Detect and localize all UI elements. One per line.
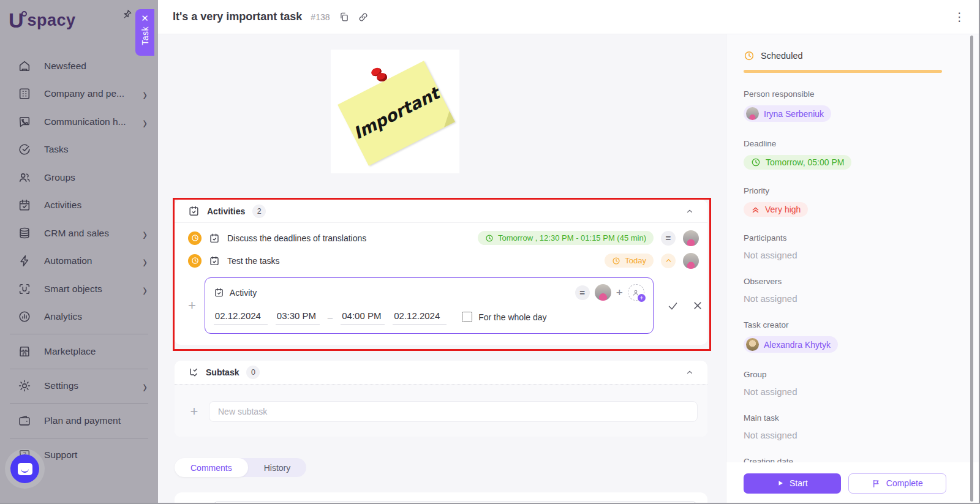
start-label: Start (790, 478, 808, 488)
field-value[interactable]: Not assigned (744, 293, 980, 304)
add-participant-icon[interactable]: + (628, 284, 644, 301)
avatar[interactable] (683, 253, 699, 269)
drag-handle-icon[interactable]: = (661, 231, 676, 246)
tab-comments[interactable]: Comments (175, 458, 248, 477)
activity-status-clock-icon (188, 254, 202, 268)
whole-day-label: For the whole day (478, 312, 546, 322)
field-label: Person responsible (744, 89, 980, 99)
avatar[interactable] (683, 230, 699, 246)
task-detail-panel: It's a very important task #138 ⋮ Import… (158, 0, 980, 504)
field-person-responsible: Person responsible Iryna Serbeniuk (744, 89, 980, 122)
field-label: Participants (744, 233, 980, 243)
calendar-check-icon (214, 287, 224, 298)
whole-day-option[interactable]: For the whole day (462, 312, 546, 322)
field-label: Main task (744, 413, 980, 423)
comments-history-tabs: Comments History (175, 458, 306, 477)
subtask-body: + (175, 384, 707, 437)
priority-text: Very high (765, 205, 801, 214)
new-subtask-input[interactable] (209, 401, 698, 422)
time-range-dash: – (328, 312, 333, 322)
complete-button[interactable]: Complete (848, 473, 947, 494)
subtask-card: Subtask 0 + (175, 361, 707, 437)
subtask-title: Subtask (206, 367, 239, 377)
scrollbar[interactable] (970, 36, 973, 502)
person-name: Alexandra Khytyk (764, 340, 831, 350)
activity-form-row: + Activity = + (175, 272, 707, 345)
sticky-note: Important (337, 61, 455, 166)
deadline-badge[interactable]: Tomorrow, 05:00 PM (744, 155, 851, 170)
close-icon[interactable]: ✕ (141, 13, 149, 23)
status-row[interactable]: Scheduled (744, 50, 980, 61)
activity-title: Test the tasks (227, 256, 597, 266)
activity-status-clock-icon (188, 231, 202, 245)
field-value[interactable]: Not assigned (744, 250, 980, 260)
end-date-input[interactable] (393, 309, 447, 325)
activities-title: Activities (207, 206, 245, 216)
activity-row[interactable]: Discuss the deadlines of translations To… (175, 227, 707, 249)
field-label: Observers (744, 277, 980, 286)
start-time-input[interactable] (276, 309, 320, 325)
priority-badge[interactable]: Very high (744, 202, 808, 217)
person-name: Iryna Serbeniuk (764, 109, 824, 119)
app-window: U spacy Newsfeed Company and pe... › Com… (0, 0, 980, 504)
add-subtask-icon[interactable]: + (188, 404, 200, 419)
tab-history[interactable]: History (248, 458, 307, 477)
modal-dim-overlay (0, 0, 158, 504)
chat-fab-button[interactable] (10, 454, 39, 483)
plus-badge: + (638, 294, 646, 302)
add-activity-icon[interactable]: + (188, 298, 196, 314)
activity-title: Discuss the deadlines of translations (227, 233, 470, 243)
end-time-input[interactable] (341, 309, 385, 325)
sticky-note-text: Important (350, 84, 442, 143)
collapse-chevron-icon[interactable] (685, 368, 694, 377)
double-chevron-up-icon (751, 205, 760, 214)
field-label: Deadline (744, 139, 980, 148)
activity-row[interactable]: Test the tasks Today (175, 249, 707, 272)
more-menu-icon[interactable]: ⋮ (954, 10, 965, 24)
clock-icon (744, 50, 755, 61)
drag-handle-icon[interactable]: = (575, 285, 590, 300)
activity-time-text: Today (625, 256, 646, 265)
person-pill[interactable]: Iryna Serbeniuk (744, 105, 831, 122)
activity-time-badge[interactable]: Today (605, 254, 654, 268)
start-button[interactable]: Start (744, 473, 841, 494)
task-description-image: Important (331, 50, 459, 173)
field-value[interactable]: Not assigned (744, 386, 980, 397)
field-priority: Priority Very high (744, 186, 980, 217)
deadline-text: Tomorrow, 05:00 PM (766, 157, 844, 167)
cancel-x-icon[interactable] (692, 300, 703, 311)
task-content: Important Activities 2 (158, 34, 726, 504)
field-label: Group (744, 370, 980, 379)
complete-label: Complete (886, 478, 923, 488)
person-pill[interactable]: Alexandra Khytyk (744, 336, 838, 353)
task-panel-tab[interactable]: ✕ Task (135, 9, 154, 56)
avatar[interactable] (595, 284, 611, 301)
activity-form-label: Activity (230, 288, 257, 298)
subtask-header: Subtask 0 (175, 361, 707, 384)
comment-input[interactable] (213, 501, 698, 504)
calendar-check-icon (209, 233, 220, 244)
pushpin-graphic (371, 67, 387, 83)
confirm-check-icon[interactable] (667, 300, 679, 312)
activities-header: Activities 2 (175, 200, 707, 223)
whole-day-checkbox[interactable] (462, 312, 472, 322)
collapse-activity-chevron-icon[interactable] (661, 254, 676, 268)
task-actions-footer: Start Complete (726, 462, 980, 504)
link-icon[interactable] (358, 12, 369, 23)
activity-edit-form: Activity = + + (205, 277, 654, 334)
activity-time-badge[interactable]: Tomorrow , 12:30 PM - 01:15 PM (45 min) (478, 231, 654, 245)
status-progress-bar (744, 70, 942, 73)
sidebar: U spacy Newsfeed Company and pe... › Com… (0, 0, 158, 504)
field-task-creator: Task creator Alexandra Khytyk (744, 320, 980, 353)
subtask-count-badge: 0 (246, 366, 260, 379)
field-label: Task creator (744, 320, 980, 329)
start-date-input[interactable] (214, 309, 268, 325)
copy-icon[interactable] (339, 12, 349, 22)
subtask-icon (188, 367, 198, 378)
collapse-chevron-icon[interactable] (685, 207, 694, 216)
note-fold-corner (439, 111, 455, 127)
status-label: Scheduled (761, 51, 803, 61)
field-value[interactable]: Not assigned (744, 430, 980, 440)
field-participants: Participants Not assigned (744, 233, 980, 260)
avatar (746, 338, 759, 351)
